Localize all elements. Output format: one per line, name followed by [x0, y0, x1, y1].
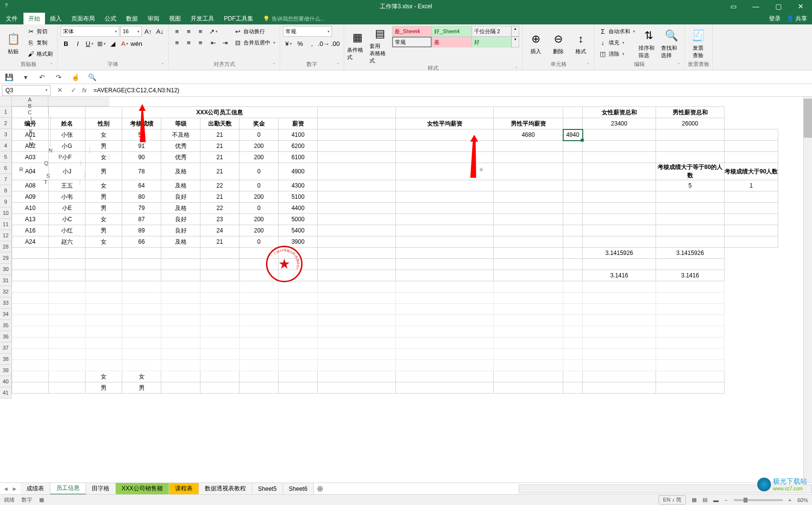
minimize-icon[interactable]: ―: [745, 0, 767, 13]
view-break-icon[interactable]: ▬: [713, 497, 719, 503]
tab-home[interactable]: 开始: [23, 13, 45, 24]
ribbon-options-icon[interactable]: ▭: [722, 0, 745, 13]
align-right-icon[interactable]: ≡: [195, 37, 206, 48]
comma-icon[interactable]: ,: [307, 38, 317, 49]
close-icon[interactable]: ✕: [790, 0, 812, 13]
formula-input[interactable]: [90, 85, 812, 96]
number-format-select[interactable]: 常规▾: [283, 26, 332, 37]
currency-icon[interactable]: ¥▾: [283, 38, 294, 49]
align-middle-icon[interactable]: ≡: [183, 26, 194, 37]
format-painter-button[interactable]: 🖌格式刷: [25, 48, 54, 59]
fill-button[interactable]: ↓填充▾: [597, 37, 636, 48]
spreadsheet-table[interactable]: XXX公司员工信息女性薪资总和男性薪资总和编号姓名性别考核成绩等级出勤天数奖金薪…: [12, 106, 778, 394]
sheet-tab[interactable]: Sheet5: [252, 483, 283, 495]
style-good2[interactable]: 好: [472, 37, 511, 47]
align-top-icon[interactable]: ≡: [172, 26, 182, 37]
decrease-font-icon[interactable]: A↓: [154, 26, 165, 37]
tab-review[interactable]: 审阅: [143, 13, 164, 24]
undo-icon[interactable]: ↶: [37, 72, 47, 82]
format-table-button[interactable]: ▤套用 表格格式: [370, 26, 390, 64]
inc-decimal-icon[interactable]: .0→: [318, 38, 329, 49]
touch-icon[interactable]: ☝: [70, 72, 80, 82]
login-link[interactable]: 登录: [769, 15, 781, 23]
style-good[interactable]: 好_Sheet4: [432, 26, 471, 37]
align-left-icon[interactable]: ≡: [172, 37, 182, 48]
sheet-tab[interactable]: 田字格: [86, 483, 116, 495]
row-headers[interactable]: 1234567891011122829303132333435363738394…: [0, 106, 12, 399]
tab-formulas[interactable]: 公式: [100, 13, 121, 24]
merge-center-button[interactable]: ⊟合并后居中▾: [232, 37, 277, 48]
sheet-tab[interactable]: Sheet6: [283, 483, 314, 495]
sheet-tab[interactable]: 成绩表: [21, 483, 50, 495]
zoom-slider[interactable]: [734, 499, 783, 501]
wrap-text-button[interactable]: ↩自动换行: [232, 26, 277, 37]
sheet-nav-next-icon[interactable]: ►: [12, 485, 18, 492]
font-size-select[interactable]: 16▾: [120, 26, 142, 37]
bold-icon[interactable]: B: [61, 38, 71, 49]
font-color-icon[interactable]: A▾: [119, 38, 130, 49]
indent-inc-icon[interactable]: ⇥: [219, 37, 230, 48]
file-tab[interactable]: 文件: [0, 13, 23, 24]
dec-decimal-icon[interactable]: .00: [330, 38, 341, 49]
delete-cells-button[interactable]: ⊖删除: [548, 26, 569, 61]
add-sheet-icon[interactable]: ⊕: [314, 484, 327, 493]
sheet-tab[interactable]: 数据透视表教程: [199, 483, 252, 495]
tab-insert[interactable]: 插入: [45, 13, 66, 24]
zoom-in-icon[interactable]: +: [789, 497, 791, 503]
phonetic-icon[interactable]: wén: [131, 38, 142, 49]
font-name-select[interactable]: 宋体▾: [61, 26, 119, 37]
fx-icon[interactable]: fx: [82, 87, 87, 94]
sheet-tab[interactable]: 课程表: [169, 483, 199, 495]
style-normal[interactable]: 常规: [392, 37, 432, 47]
view-layout-icon[interactable]: ▤: [702, 497, 707, 503]
find-select-button[interactable]: 🔍查找和选择: [661, 26, 681, 61]
column-headers[interactable]: ABCIJKLMNPQRST: [12, 97, 110, 106]
cancel-formula-icon[interactable]: ✕: [55, 85, 65, 95]
tab-layout[interactable]: 页面布局: [66, 13, 100, 24]
format-cells-button[interactable]: ↕格式: [571, 26, 591, 61]
tab-developer[interactable]: 开发工具: [186, 13, 219, 24]
fill-color-icon[interactable]: ◢: [108, 38, 118, 49]
clear-button[interactable]: ◫清除▾: [597, 48, 636, 59]
tab-view[interactable]: 视图: [164, 13, 186, 24]
percent-icon[interactable]: %: [295, 38, 306, 49]
indent-dec-icon[interactable]: ⇤: [208, 37, 219, 48]
cut-button[interactable]: ✂剪切: [25, 26, 54, 37]
sheet-tab[interactable]: 员工信息: [50, 483, 86, 495]
style-bad2[interactable]: 差: [432, 37, 471, 47]
sort-filter-button[interactable]: ⇅排序和筛选: [638, 26, 659, 61]
orientation-icon[interactable]: ↗▾: [208, 26, 219, 37]
sheet-nav-prev-icon[interactable]: ◄: [3, 485, 9, 492]
style-bad[interactable]: 差_Sheet4: [392, 26, 432, 37]
tab-data[interactable]: 数据: [121, 13, 143, 24]
view-normal-icon[interactable]: ▦: [692, 497, 697, 503]
style-comma[interactable]: 千位分隔 2: [472, 26, 511, 37]
insert-cells-button[interactable]: ⊕插入: [526, 26, 546, 61]
macro-record-icon[interactable]: ▦: [39, 497, 44, 503]
paste-button[interactable]: 📋 粘贴: [3, 26, 23, 61]
align-center-icon[interactable]: ≡: [183, 37, 194, 48]
sheet-tab[interactable]: XXX公司销售额: [116, 483, 169, 495]
conditional-format-button[interactable]: ▦条件格式: [347, 26, 368, 64]
ime-indicator[interactable]: EN ♪ 简: [658, 495, 686, 505]
increase-font-icon[interactable]: A↑: [143, 26, 154, 37]
print-preview-icon[interactable]: 🔍: [87, 72, 97, 82]
redo-icon[interactable]: ↷: [54, 72, 64, 82]
copy-button[interactable]: ⎘复制: [25, 37, 54, 48]
share-button[interactable]: 👤 共享: [787, 15, 807, 23]
zoom-out-icon[interactable]: −: [724, 497, 727, 503]
italic-icon[interactable]: I: [72, 38, 83, 49]
help-icon[interactable]: ?: [5, 3, 12, 10]
maximize-icon[interactable]: ▢: [767, 0, 790, 13]
tellme-search[interactable]: 💡 告诉我您想要做什么...: [263, 13, 325, 24]
qat-dd-icon[interactable]: ▾: [21, 72, 30, 82]
gallery-more-icon[interactable]: ▾: [512, 37, 519, 47]
underline-icon[interactable]: U▾: [84, 38, 95, 49]
select-all-corner[interactable]: [0, 97, 12, 106]
vertical-scrollbar[interactable]: [803, 97, 812, 483]
zoom-level[interactable]: 60%: [797, 497, 808, 503]
gallery-up-icon[interactable]: ▴: [512, 26, 519, 36]
invoice-button[interactable]: 🧾发票 查验: [688, 26, 708, 61]
tab-pdf[interactable]: PDF工具集: [219, 13, 258, 24]
enter-formula-icon[interactable]: ✓: [68, 85, 78, 95]
